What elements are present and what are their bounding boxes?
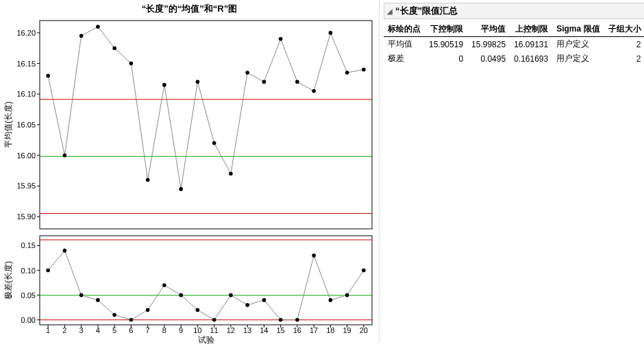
svg-text:15: 15 <box>277 326 285 334</box>
svg-point-27 <box>196 80 200 84</box>
cell-point: 平均值 <box>384 37 425 52</box>
svg-point-37 <box>362 68 366 72</box>
svg-text:16.20: 16.20 <box>16 29 36 37</box>
svg-point-65 <box>295 318 299 322</box>
svg-point-50 <box>46 269 50 273</box>
svg-point-66 <box>312 254 316 258</box>
svg-text:1: 1 <box>46 326 50 334</box>
svg-point-35 <box>329 31 333 35</box>
svg-point-60 <box>212 318 216 322</box>
svg-point-67 <box>329 298 333 302</box>
svg-point-62 <box>245 303 249 307</box>
cell-lcl: 0 <box>425 51 467 66</box>
svg-text:5: 5 <box>112 326 116 334</box>
svg-text:平均值(长度): 平均值(长度) <box>3 101 13 148</box>
svg-text:15.90: 15.90 <box>16 212 36 221</box>
svg-point-61 <box>229 293 233 297</box>
svg-point-29 <box>229 172 233 176</box>
cell-lcl: 15.90519 <box>425 37 467 52</box>
control-charts-svg: 15.9015.9516.0016.0516.1016.1516.200.000… <box>0 16 379 344</box>
svg-point-21 <box>96 25 100 29</box>
svg-rect-38 <box>40 236 372 325</box>
cell-subgroup: 2 <box>604 37 644 52</box>
table-row: 极差00.04950.161693用户定义2 <box>384 51 644 66</box>
svg-point-24 <box>146 178 150 182</box>
disclosure-triangle-icon[interactable]: ◢ <box>387 8 393 15</box>
cell-sigma: 用户定义 <box>552 37 604 52</box>
app-root: “长度”的“均值”和“R”图 15.9015.9516.0016.0516.10… <box>0 0 644 344</box>
table-row: 平均值15.9051915.9982516.09131用户定义2 <box>384 37 644 52</box>
cell-ucl: 16.09131 <box>510 37 552 52</box>
svg-point-68 <box>345 293 349 297</box>
svg-point-26 <box>179 187 183 191</box>
th-ucl: 上控制限 <box>510 22 552 37</box>
svg-text:16: 16 <box>293 326 301 334</box>
svg-point-59 <box>196 308 200 312</box>
th-lcl: 下控制限 <box>425 22 467 37</box>
cell-ucl: 0.161693 <box>510 51 552 66</box>
svg-point-56 <box>146 308 150 312</box>
svg-point-69 <box>362 269 366 273</box>
svg-text:13: 13 <box>243 326 251 334</box>
cell-point: 极差 <box>384 51 425 66</box>
svg-text:15.95: 15.95 <box>16 182 36 190</box>
svg-point-55 <box>129 318 134 322</box>
summary-panel-header[interactable]: ◢ “长度”限值汇总 <box>384 3 644 19</box>
th-subgroup: 子组大小 <box>604 22 644 37</box>
limits-table: 标绘的点 下控制限 平均值 上控制限 Sigma 限值 子组大小 平均值15.9… <box>384 22 644 66</box>
th-mean: 平均值 <box>467 22 510 37</box>
svg-text:19: 19 <box>343 326 351 334</box>
svg-point-32 <box>279 37 283 41</box>
svg-text:9: 9 <box>179 326 183 334</box>
svg-text:10: 10 <box>193 326 201 334</box>
cell-mean: 0.0495 <box>467 51 510 66</box>
svg-text:16.00: 16.00 <box>16 151 36 160</box>
svg-text:2: 2 <box>62 326 66 334</box>
svg-text:8: 8 <box>162 326 166 334</box>
cell-mean: 15.99825 <box>467 37 510 52</box>
svg-text:4: 4 <box>96 326 100 334</box>
svg-text:14: 14 <box>260 326 268 334</box>
svg-point-22 <box>112 46 116 50</box>
svg-text:17: 17 <box>310 326 318 334</box>
svg-text:20: 20 <box>360 326 368 334</box>
svg-point-64 <box>279 318 283 322</box>
svg-point-54 <box>112 313 116 317</box>
svg-text:0.05: 0.05 <box>21 291 36 299</box>
summary-panel: ◢ “长度”限值汇总 标绘的点 下控制限 平均值 上控制限 Sigma 限值 子… <box>380 0 644 344</box>
svg-text:极差(长度): 极差(长度) <box>3 261 13 300</box>
svg-point-52 <box>79 293 84 297</box>
svg-text:16.05: 16.05 <box>16 121 36 129</box>
svg-point-31 <box>262 80 267 84</box>
cell-subgroup: 2 <box>604 51 644 66</box>
svg-point-18 <box>46 74 50 78</box>
svg-point-57 <box>162 283 166 287</box>
svg-point-53 <box>96 298 100 302</box>
th-sigma: Sigma 限值 <box>552 22 604 37</box>
svg-text:11: 11 <box>210 326 219 334</box>
cell-sigma: 用户定义 <box>552 51 604 66</box>
svg-point-51 <box>63 249 67 253</box>
svg-text:12: 12 <box>227 326 235 334</box>
svg-point-20 <box>79 34 84 38</box>
svg-point-63 <box>262 298 267 302</box>
svg-text:3: 3 <box>79 326 84 334</box>
svg-point-28 <box>212 141 216 145</box>
svg-point-33 <box>295 80 299 84</box>
summary-panel-title: “长度”限值汇总 <box>395 5 458 17</box>
svg-text:试验: 试验 <box>198 335 214 344</box>
svg-text:7: 7 <box>146 326 150 334</box>
svg-text:0.15: 0.15 <box>21 241 36 249</box>
svg-text:16.10: 16.10 <box>16 90 36 98</box>
svg-point-19 <box>63 153 67 158</box>
svg-point-25 <box>162 83 166 87</box>
svg-point-58 <box>179 293 183 297</box>
svg-text:18: 18 <box>326 326 334 334</box>
svg-text:0.10: 0.10 <box>21 267 36 275</box>
svg-point-30 <box>245 71 249 75</box>
chart-panel: “长度”的“均值”和“R”图 15.9015.9516.0016.0516.10… <box>0 0 380 343</box>
svg-rect-0 <box>40 21 372 229</box>
svg-point-23 <box>129 62 134 66</box>
svg-text:0.00: 0.00 <box>21 316 36 324</box>
svg-point-36 <box>345 71 349 75</box>
